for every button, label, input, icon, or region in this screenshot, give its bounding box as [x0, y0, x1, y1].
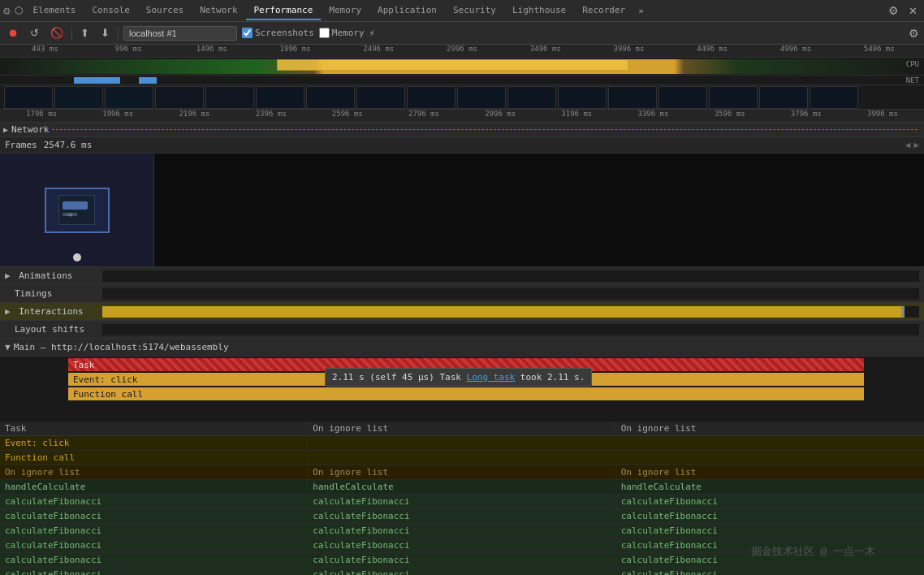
tab-sources[interactable]: Sources: [138, 2, 192, 20]
main-section-arrow[interactable]: ▼: [5, 342, 11, 352]
tab-network[interactable]: Network: [192, 2, 245, 20]
ruler2-tick-1: 1996 ms: [80, 110, 156, 122]
screenshot-2[interactable]: [105, 86, 153, 109]
frames-time: 2547.6 ms: [44, 140, 93, 150]
screenshot-0[interactable]: [4, 86, 53, 109]
flame-area[interactable]: Task Event: click Function call 2.11 s (…: [0, 357, 924, 422]
call-tree-cell: On ignore list: [616, 467, 924, 478]
screenshot-1[interactable]: [54, 86, 103, 109]
screenshot-9[interactable]: [457, 86, 506, 109]
call-tree-container[interactable]: TaskOn ignore listOn ignore listEvent: c…: [0, 422, 924, 575]
screenshots-checkbox-label: Screenshots: [242, 28, 314, 38]
call-tree-data-row[interactable]: handleCalculatehandleCalculatehandleCalc…: [0, 480, 924, 495]
frame-text-preview: cp: [63, 213, 76, 216]
tab-performance[interactable]: Performance: [246, 2, 322, 20]
ruler-tick-4: 2496 ms: [337, 45, 421, 57]
timings-row: Timings: [0, 285, 924, 303]
tab-console[interactable]: Console: [84, 2, 137, 20]
call-tree-cell: calculateFibonacci: [308, 525, 615, 536]
frames-nav-right[interactable]: ▶: [913, 140, 919, 150]
ruler-tick-5: 2996 ms: [421, 45, 504, 57]
tab-elements[interactable]: Elements: [24, 2, 84, 20]
call-tree-cell: On ignore list: [308, 423, 615, 434]
ruler-tick-8: 4496 ms: [671, 45, 754, 57]
settings-button[interactable]: ⚙: [885, 2, 902, 19]
tab-memory[interactable]: Memory: [321, 2, 369, 20]
screenshot-10[interactable]: [507, 86, 556, 109]
call-tree-data-row[interactable]: Event: click: [0, 436, 924, 451]
call-tree-data-row[interactable]: calculateFibonaccicalculateFibonaccicalc…: [0, 553, 924, 568]
memory-checkbox[interactable]: [319, 28, 330, 38]
call-tree-data-row[interactable]: calculateFibonaccicalculateFibonaccicalc…: [0, 509, 924, 524]
ruler-tick-10: 5496 ms: [837, 45, 921, 57]
screenshot-4[interactable]: [205, 86, 254, 109]
ruler-tick-9: 4996 ms: [754, 45, 838, 57]
ruler2-tick-4: 2596 ms: [309, 110, 386, 122]
tab-more[interactable]: »: [633, 2, 649, 19]
frame-thumb-left[interactable]: cp: [0, 153, 154, 266]
screenshot-13[interactable]: [658, 86, 707, 109]
call-tree-cell: calculateFibonacci: [308, 540, 615, 551]
tab-security[interactable]: Security: [445, 2, 504, 20]
layout-shifts-bar-area: [102, 324, 919, 335]
screenshot-16[interactable]: [810, 86, 858, 109]
screenshot-3[interactable]: [155, 86, 204, 109]
devtools-logo: ⚙: [3, 4, 10, 17]
close-button[interactable]: ✕: [905, 2, 921, 19]
screenshot-11[interactable]: [558, 86, 607, 109]
call-tree-header-row[interactable]: TaskOn ignore listOn ignore list: [0, 422, 924, 436]
frame-main-area[interactable]: [154, 153, 924, 266]
ruler-tick-7: 3996 ms: [587, 45, 671, 57]
screenshot-12[interactable]: [608, 86, 657, 109]
ruler-tick-0: 493 ms: [3, 45, 87, 57]
call-tree-cell: calculateFibonacci: [616, 525, 924, 536]
perf-settings-button[interactable]: ⚙: [909, 27, 919, 40]
screenshot-8[interactable]: [407, 86, 456, 109]
screenshot-14[interactable]: [709, 86, 758, 109]
screenshot-15[interactable]: [759, 86, 808, 109]
ruler2-tick-11: 3996 ms: [844, 110, 921, 122]
layout-shifts-text: Layout shifts: [5, 324, 84, 335]
upload-button[interactable]: ⬆: [77, 25, 93, 41]
record-button[interactable]: ⏺: [5, 25, 22, 41]
call-tree: TaskOn ignore listOn ignore listEvent: c…: [0, 422, 924, 575]
reload-button[interactable]: ↺: [27, 25, 42, 41]
call-tree-data-row[interactable]: Function call: [0, 451, 924, 465]
network-arrow[interactable]: ▶: [3, 125, 8, 134]
tab-lighthouse[interactable]: Lighthouse: [504, 2, 574, 20]
animations-label[interactable]: ▶ Animations: [5, 270, 102, 281]
call-tree-cell: calculateFibonacci: [0, 496, 308, 507]
clear-button[interactable]: 🚫: [47, 25, 67, 41]
cpu-label: CPU: [906, 60, 919, 68]
tab-application[interactable]: Application: [369, 2, 445, 20]
screenshot-5[interactable]: [256, 86, 304, 109]
call-tree-cell: calculateFibonacci: [0, 525, 308, 536]
timings-bar-area: [102, 288, 919, 300]
ruler2-tick-8: 3396 ms: [615, 110, 691, 122]
screenshots-checkbox[interactable]: [242, 28, 253, 38]
screenshot-6[interactable]: [306, 86, 355, 109]
layout-shifts-label[interactable]: Layout shifts: [5, 324, 102, 335]
call-tree-cell: calculateFibonacci: [0, 511, 308, 521]
download-button[interactable]: ⬇: [97, 25, 113, 41]
interactions-bar: [102, 306, 903, 318]
interactions-bar-area[interactable]: [102, 306, 919, 318]
call-tree-cell: calculateFibonacci: [616, 496, 924, 507]
tab-recorder[interactable]: Recorder: [574, 2, 633, 20]
call-tree-data-row[interactable]: On ignore listOn ignore listOn ignore li…: [0, 465, 924, 480]
ruler2-tick-5: 2796 ms: [386, 110, 462, 122]
frames-nav-left[interactable]: ◀: [905, 140, 911, 150]
url-input[interactable]: [123, 26, 237, 41]
call-tree-data-row[interactable]: calculateFibonaccicalculateFibonaccicalc…: [0, 538, 924, 553]
network-icon: ⚡: [369, 28, 375, 39]
screenshots-label: Screenshots: [255, 28, 314, 38]
screenshot-7[interactable]: [356, 86, 405, 109]
call-tree-data-row[interactable]: calculateFibonaccicalculateFibonaccicalc…: [0, 568, 924, 575]
timings-label[interactable]: Timings: [5, 288, 102, 299]
ruler2-tick-3: 2396 ms: [233, 110, 309, 122]
call-tree-data-row[interactable]: calculateFibonaccicalculateFibonaccicalc…: [0, 495, 924, 509]
interactions-label[interactable]: ▶ Interactions: [5, 306, 102, 317]
call-tree-cell: calculateFibonacci: [616, 555, 924, 565]
call-tree-data-row[interactable]: calculateFibonaccicalculateFibonaccicalc…: [0, 524, 924, 538]
interactions-text: Interactions: [19, 306, 83, 317]
